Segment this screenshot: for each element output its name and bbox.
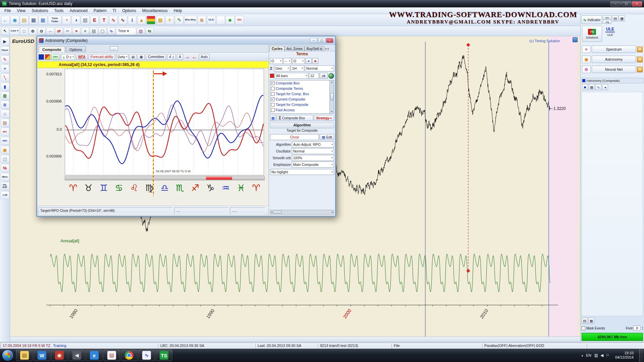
menu-solutions[interactable]: Solutions	[29, 7, 51, 14]
ie-app[interactable]: e	[86, 350, 103, 361]
composite-box-button[interactable]: ΣComposite Box	[277, 115, 313, 121]
scroll-down-icon[interactable]: ▾	[331, 110, 332, 113]
tab-options[interactable]: Options	[66, 46, 86, 52]
astro-maximize-button[interactable]: ▢	[318, 38, 325, 43]
checklist-scrollbar[interactable]: ▴ ▾	[329, 80, 334, 113]
menu-ti[interactable]: TI	[110, 7, 119, 14]
tray-display-icon[interactable]: ▥	[594, 353, 598, 358]
panel-icon-2[interactable]: ▦	[619, 15, 625, 21]
tab-composite[interactable]: Composite	[39, 46, 65, 52]
ule-blue-button[interactable]: ULE	[207, 16, 216, 24]
overlay-combo[interactable]: ⊥ D c▾	[61, 54, 75, 60]
chart-pencil-icon[interactable]: ✎	[175, 16, 183, 24]
tab-scroll-left-icon[interactable]: ◂	[324, 47, 327, 51]
checklist-item[interactable]: Composite Terms	[270, 86, 329, 91]
percent-tool[interactable]: %	[1, 164, 9, 172]
globe-icon[interactable]	[328, 73, 334, 79]
mark-events-checkbox[interactable]	[582, 326, 585, 330]
spinner-arrows-icon[interactable]: ▴▾	[173, 55, 174, 59]
wave-icon[interactable]: ∿	[107, 27, 115, 35]
language-indicator[interactable]: EN	[586, 353, 591, 357]
ratio-tool[interactable]: 1.28	[1, 191, 9, 199]
gradient-swatch[interactable]	[45, 54, 50, 60]
field-combo[interactable]: Normal▾	[292, 148, 334, 154]
date-tool[interactable]: date	[1, 137, 9, 145]
t-tool-button[interactable]: T	[100, 16, 108, 24]
geo-combo[interactable]: Geo▾	[274, 65, 290, 71]
calculator-icon[interactable]: ▥	[81, 16, 90, 24]
committee-button[interactable]: Committee	[146, 54, 166, 60]
zoom-out-icon[interactable]: ⊖	[38, 27, 46, 35]
ok-button[interactable]: ok	[320, 73, 328, 79]
abc-tool[interactable]: abc	[1, 128, 9, 136]
line-tool[interactable]: ╲	[1, 73, 9, 81]
maximize-button[interactable]: ▢	[621, 1, 631, 6]
checkbox[interactable]	[271, 87, 275, 90]
tray-volume-icon[interactable]: ◀	[600, 353, 603, 358]
zig-button[interactable]: zig	[603, 20, 611, 24]
chart-gold-icon[interactable]: ▲	[137, 16, 146, 24]
zoom-level-label[interactable]: 32x	[235, 16, 244, 24]
astronomy-composite-window[interactable]: Astronomy (Composite) – ▢ × Composite Op…	[36, 36, 336, 217]
more-button[interactable]: ...	[110, 46, 118, 51]
chart-hscrollbar[interactable]	[10, 337, 580, 342]
show-desktop-button[interactable]	[639, 349, 643, 362]
menu-advanced[interactable]: Advanced	[67, 7, 91, 14]
events-list-icon[interactable]: ▤	[582, 318, 588, 324]
tray-network-icon[interactable]: ⚐	[606, 353, 609, 358]
term-combo-1[interactable]: O▾	[270, 58, 283, 64]
timing-solution-app[interactable]: TS	[156, 350, 172, 361]
media-app[interactable]: ◉	[51, 350, 68, 361]
grid-icon[interactable]: ▦	[39, 16, 47, 24]
scroll-up-icon[interactable]: ▴	[331, 81, 332, 83]
webmoney-app[interactable]: W	[34, 350, 50, 361]
time-combo[interactable]: Time ▾	[116, 27, 136, 35]
page-icon[interactable]: ▢	[99, 27, 107, 35]
fib-exp-tool[interactable]: Fib. EXP	[1, 182, 9, 190]
clock-blue-icon[interactable]: ◑	[71, 16, 80, 24]
grid-tool[interactable]: ▦	[1, 92, 9, 100]
font-spinner-icon[interactable]: ▴▾	[642, 326, 643, 330]
checkbox[interactable]: ✓	[271, 98, 275, 101]
neural-net-button[interactable]: Neural Net	[592, 66, 636, 73]
all-bars-combo[interactable]: All bars▾	[275, 73, 308, 79]
menu-view[interactable]: View	[14, 7, 29, 14]
green-led-icon[interactable]: ■	[226, 16, 234, 24]
refresh-icon[interactable]: ⇆	[146, 27, 154, 35]
strategy-button[interactable]: Strategy▸	[314, 115, 334, 121]
pointer-icon[interactable]: ↖	[1, 27, 9, 35]
term-operator-combo[interactable]: –▾	[283, 58, 291, 64]
bars-count-input[interactable]: 12	[309, 73, 319, 79]
chart-view-button[interactable]: ∿	[595, 84, 601, 90]
rainbow-wave-icon[interactable]: ≋	[198, 16, 206, 24]
menu-options[interactable]: Options	[119, 7, 139, 14]
forecast-ability-button[interactable]: Forecast ability	[89, 54, 115, 60]
a-button[interactable]: A	[177, 54, 183, 60]
color-bars-icon[interactable]	[147, 16, 155, 24]
delete-icon[interactable]: ×	[72, 27, 80, 35]
pan-icon[interactable]: ↔	[46, 27, 54, 35]
astro-minimize-button[interactable]: –	[310, 38, 317, 43]
indicator-button[interactable]: ∿Indicator	[581, 15, 602, 24]
print-button[interactable]: ▤	[129, 54, 137, 60]
add-term-button[interactable]: +	[306, 58, 312, 64]
solutions-button[interactable]: TS Solutions	[582, 26, 602, 42]
h-button[interactable]: H	[637, 47, 643, 52]
tab-scroll-right-icon[interactable]: ▸	[327, 47, 330, 51]
collapse-button[interactable]: ◂	[602, 84, 608, 90]
edit-button[interactable]: ▦Edit	[320, 134, 334, 140]
tmin-tmax-button[interactable]: Tmin Tmax	[48, 16, 61, 24]
color-swatch[interactable]	[39, 54, 44, 60]
levels-tool[interactable]: ▤	[1, 119, 9, 127]
globe-icon[interactable]: ◉	[10, 16, 19, 24]
default-combo[interactable]: Defa▾	[116, 54, 128, 60]
line-tool-button[interactable]: Line ▾	[10, 27, 19, 35]
save-report-button[interactable]: ▦	[138, 54, 145, 60]
wfa-button[interactable]: WFA	[76, 54, 88, 60]
scroll-left-icon[interactable]: ◂	[271, 211, 272, 214]
volume-mixer-app[interactable]: ◀	[68, 350, 85, 361]
zigzag-red-icon[interactable]: ∿	[109, 16, 118, 24]
astronomy-button[interactable]: Astronomy	[592, 56, 636, 63]
tab-cycles[interactable]: Cycles	[270, 46, 284, 51]
minimize-button[interactable]: –	[610, 1, 621, 6]
